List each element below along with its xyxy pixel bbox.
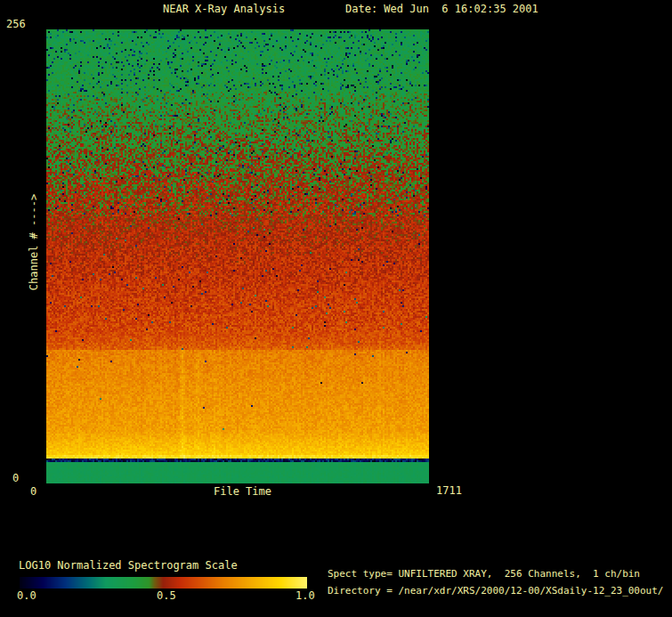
x-axis-min-label: 0 <box>30 486 36 498</box>
x-axis-max-label: 1711 <box>436 485 462 497</box>
x-axis-title: File Time <box>214 486 271 498</box>
spect-type-info: Spect type= UNFILTERED XRAY, 256 Channel… <box>328 568 640 580</box>
colorbar-title: LOG10 Normalized Spectrogram Scale <box>19 560 238 572</box>
colorbar-tick-max: 1.0 <box>296 590 315 602</box>
y-axis-title: Channel # ----> <box>28 194 40 290</box>
y-axis-max-label: 256 <box>6 19 26 30</box>
spectrogram-plot <box>46 29 429 483</box>
near-xray-analysis-window: NEAR X-Ray Analysis Date: Wed Jun 6 16:0… <box>0 0 672 617</box>
colorbar-tick-min: 0.0 <box>17 590 36 602</box>
page-title: NEAR X-Ray Analysis <box>163 4 285 15</box>
colorbar-gradient <box>20 577 307 589</box>
directory-info: Directory = /near/xdr/XRS/2000/12-00/XSd… <box>328 585 664 597</box>
header-date: Date: Wed Jun 6 16:02:35 2001 <box>345 4 538 15</box>
y-axis-min-label: 0 <box>12 473 19 484</box>
colorbar-tick-mid: 0.5 <box>157 590 176 602</box>
